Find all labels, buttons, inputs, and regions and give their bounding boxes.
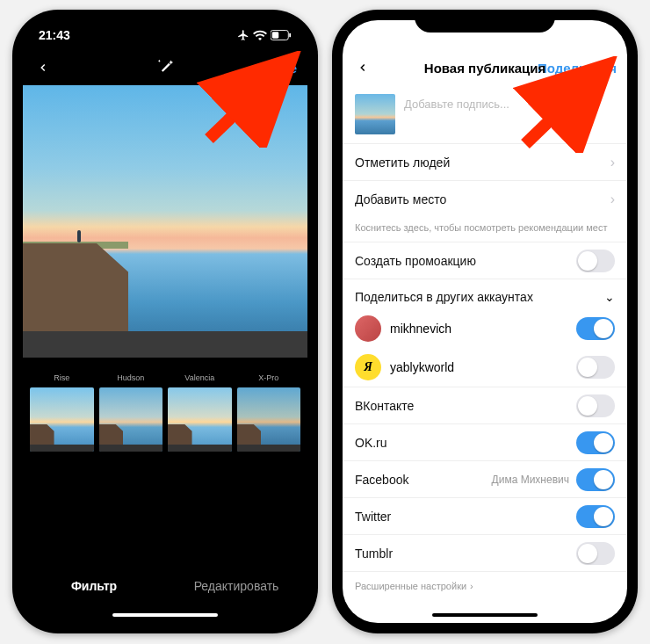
row-tag-people[interactable]: Отметить людей › xyxy=(343,143,627,180)
toggle-account[interactable] xyxy=(576,317,615,340)
row-label: OK.ru xyxy=(355,436,387,450)
toggle-social[interactable] xyxy=(576,468,615,491)
toggle-social[interactable] xyxy=(576,542,615,565)
toggle-social[interactable] xyxy=(576,431,615,454)
toggle-promo[interactable] xyxy=(576,250,615,272)
row-label: Расширенные настройки xyxy=(355,581,466,591)
row-label: Tumblr xyxy=(355,546,393,561)
notch xyxy=(95,10,235,33)
social-facebook[interactable]: Facebook Дима Михневич xyxy=(343,460,627,497)
account-mikhnevich[interactable]: mikhnevich xyxy=(343,309,627,348)
filter-x-pro[interactable]: X-Pro xyxy=(237,373,301,452)
chevron-right-icon: › xyxy=(610,155,615,170)
chevron-down-icon: ⌄ xyxy=(604,290,615,304)
row-add-location[interactable]: Добавить место › xyxy=(343,180,627,217)
wifi-icon xyxy=(253,30,267,40)
chevron-right-icon: › xyxy=(470,581,473,591)
filter-label: Hudson xyxy=(99,373,163,382)
filter-label: Rise xyxy=(30,373,94,382)
airplane-icon xyxy=(237,29,249,41)
nav-bar: Далее xyxy=(23,50,307,85)
avatar: Я xyxy=(355,354,381,380)
account-name: mikhnevich xyxy=(390,322,567,336)
row-advanced-settings[interactable]: Расширенные настройки › xyxy=(343,571,627,600)
back-button[interactable] xyxy=(33,58,53,77)
caption-row: Добавьте подпись... xyxy=(343,85,627,143)
caption-thumbnail[interactable] xyxy=(355,94,395,134)
row-label: Добавить место xyxy=(355,192,446,206)
social-okru[interactable]: OK.ru xyxy=(343,423,627,460)
screen-share: Новая публикация Поделиться Добавьте под… xyxy=(343,20,627,623)
back-button[interactable] xyxy=(353,58,372,77)
filter-label: Valencia xyxy=(168,373,232,382)
location-hint: Коснитесь здесь, чтобы посмотреть рекоме… xyxy=(343,217,627,242)
row-label: ВКонтакте xyxy=(355,399,414,413)
row-label: Facebook xyxy=(355,473,408,487)
toggle-social[interactable] xyxy=(576,505,615,528)
filter-rise[interactable]: Rise xyxy=(30,373,94,452)
row-label: Twitter xyxy=(355,510,391,524)
filter-valencia[interactable]: Valencia xyxy=(168,373,232,452)
nav-title: Новая публикация xyxy=(424,61,545,76)
row-label: Отметить людей xyxy=(355,156,450,170)
filter-strip[interactable]: Rise Hudson Valencia X-Pro xyxy=(23,358,307,457)
magic-button[interactable] xyxy=(156,58,174,78)
section-other-accounts[interactable]: Поделиться в других аккаунтах ⌄ xyxy=(343,279,627,309)
tab-edit[interactable]: Редактировать xyxy=(165,579,307,593)
account-yablykworld[interactable]: Я yablykworld xyxy=(343,348,627,387)
phone-left: 21:43 Далее Rise Hudson Valencia xyxy=(12,10,318,633)
social-вконтакте[interactable]: ВКонтакте xyxy=(343,387,627,423)
social-twitter[interactable]: Twitter xyxy=(343,497,627,534)
svg-rect-1 xyxy=(272,32,278,38)
toggle-account[interactable] xyxy=(576,356,615,379)
chevron-right-icon: › xyxy=(610,192,615,207)
phone-right: Новая публикация Поделиться Добавьте под… xyxy=(332,10,638,633)
nav-bar: Новая публикация Поделиться xyxy=(343,50,627,85)
home-indicator[interactable] xyxy=(112,613,218,617)
share-button[interactable]: Поделиться xyxy=(538,61,617,76)
section-label: Поделиться в других аккаунтах xyxy=(355,290,533,304)
screen-filter: 21:43 Далее Rise Hudson Valencia xyxy=(23,20,307,623)
home-indicator[interactable] xyxy=(432,613,538,617)
photo-preview[interactable] xyxy=(23,85,307,358)
notch xyxy=(415,10,555,33)
row-sublabel: Дима Михневич xyxy=(492,474,569,486)
row-create-promo[interactable]: Создать промоакцию xyxy=(343,242,627,279)
filter-hudson[interactable]: Hudson xyxy=(99,373,163,452)
tab-filter[interactable]: Фильтр xyxy=(23,579,165,593)
chevron-left-icon xyxy=(37,62,49,74)
battery-icon xyxy=(271,30,292,40)
toggle-social[interactable] xyxy=(576,394,615,417)
chevron-left-icon xyxy=(357,62,369,74)
caption-input[interactable]: Добавьте подпись... xyxy=(404,94,615,111)
filter-label: X-Pro xyxy=(237,373,301,382)
bottom-tabs: Фильтр Редактировать xyxy=(23,570,307,602)
status-time: 21:43 xyxy=(39,28,70,42)
account-name: yablykworld xyxy=(390,360,567,374)
avatar xyxy=(355,315,381,342)
social-tumblr[interactable]: Tumblr xyxy=(343,534,627,571)
row-label: Создать промоакцию xyxy=(355,254,476,268)
next-button[interactable]: Далее xyxy=(257,61,297,76)
svg-rect-2 xyxy=(289,33,291,38)
magic-wand-icon xyxy=(156,58,174,76)
